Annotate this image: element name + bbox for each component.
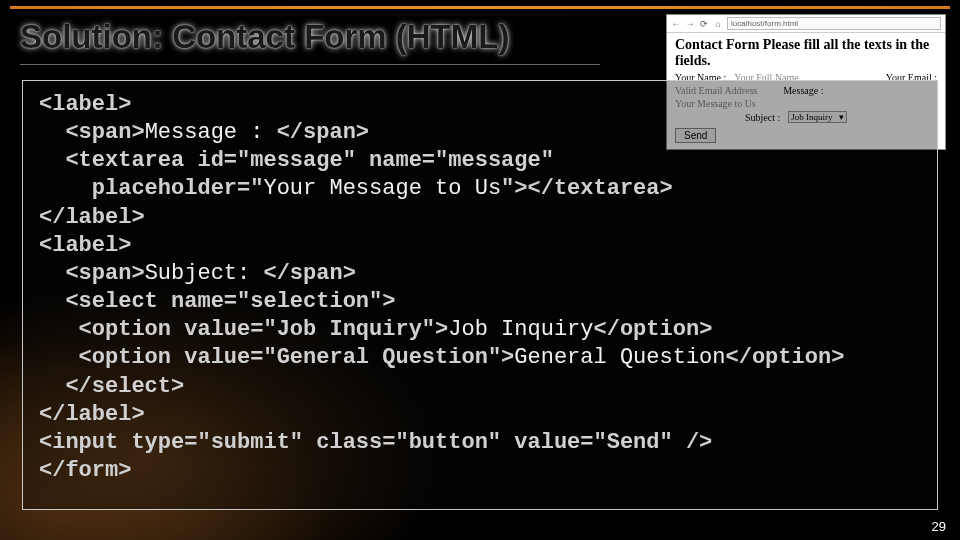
accent-rule	[10, 6, 950, 9]
code-line: </label>	[39, 402, 145, 427]
code-line: <select name="selection">	[65, 289, 395, 314]
url-field: localhost/form.html	[727, 17, 941, 30]
code-line: <label>	[39, 233, 131, 258]
code-text: Subject:	[145, 261, 264, 286]
code-text: Your Message to Us	[263, 176, 501, 201]
slide-title: Solution: Contact Form (HTML)	[20, 18, 600, 65]
code-line: "></textarea>	[501, 176, 673, 201]
code-line: </option>	[594, 317, 713, 342]
code-line: <textarea id="message" name="message"	[65, 148, 553, 173]
slide-number: 29	[932, 519, 946, 534]
preview-heading: Contact Form Please fill all the texts i…	[667, 33, 945, 71]
code-line: <span>	[65, 120, 144, 145]
code-line: <label>	[39, 92, 131, 117]
code-line: </select>	[65, 374, 184, 399]
code-line: placeholder="	[92, 176, 264, 201]
code-text: General Question	[514, 345, 725, 370]
code-line: </span>	[263, 261, 355, 286]
browser-addr-bar: ← → ⟳ ⌂ localhost/form.html	[667, 15, 945, 33]
code-text: Job Inquiry	[448, 317, 593, 342]
code-line: </span>	[277, 120, 369, 145]
code-line: <option value="General Question">	[79, 345, 515, 370]
code-line: </form>	[39, 458, 131, 483]
reload-icon: ⟳	[699, 19, 709, 29]
code-line: <option value="Job Inquiry">	[79, 317, 449, 342]
code-text: Message :	[145, 120, 277, 145]
code-line: </label>	[39, 205, 145, 230]
code-line: <span>	[65, 261, 144, 286]
code-line: </option>	[726, 345, 845, 370]
back-icon: ←	[671, 19, 681, 29]
code-line: <input type="submit" class="button" valu…	[39, 430, 712, 455]
home-icon: ⌂	[713, 19, 723, 29]
code-block: <label> <span>Message : </span> <textare…	[22, 80, 938, 510]
forward-icon: →	[685, 19, 695, 29]
